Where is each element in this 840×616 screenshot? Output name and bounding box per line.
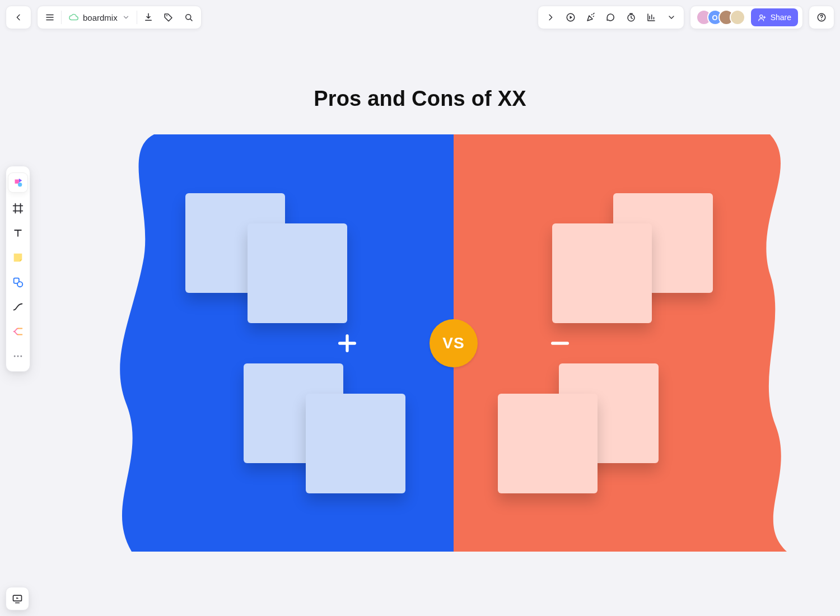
sticky-note[interactable] [498,394,598,493]
canvas-title[interactable]: Pros and Cons of XX [0,87,840,111]
canvas[interactable]: Pros and Cons of XX VS [0,0,840,616]
sticky-note[interactable] [248,223,347,323]
pros-cons-board[interactable]: VS [109,134,798,552]
sticky-note[interactable] [306,394,405,493]
plus-icon [336,332,358,354]
vs-label: VS [442,334,464,352]
sticky-note[interactable] [552,223,652,323]
vs-badge[interactable]: VS [430,319,478,367]
minus-icon [549,332,571,354]
